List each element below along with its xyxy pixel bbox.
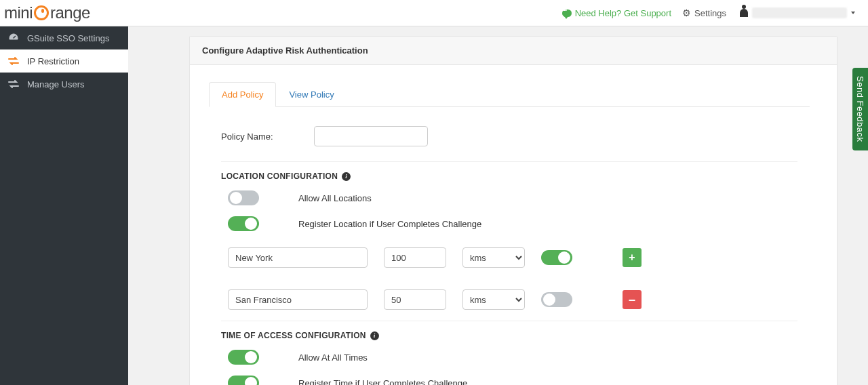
sidebar: GSuite SSO Settings IP Restriction Manag… — [0, 26, 128, 385]
sidebar-item-gsuite-sso[interactable]: GSuite SSO Settings — [0, 26, 128, 49]
location-city-input[interactable] — [228, 289, 368, 310]
support-label: Need Help? Get Support — [575, 8, 671, 18]
toggle-label: Allow At All Times — [298, 352, 368, 363]
toggle-allow-all-times[interactable] — [228, 350, 259, 365]
user-menu[interactable] — [737, 7, 858, 18]
toggle-label: Allow All Locations — [298, 193, 372, 203]
main-content: Configure Adaptive Risk Authentication A… — [128, 26, 868, 385]
info-icon[interactable]: i — [342, 172, 351, 181]
chevron-down-icon — [851, 12, 855, 14]
settings-label: Settings — [694, 8, 726, 18]
card-title: Configure Adaptive Risk Authentication — [190, 37, 837, 65]
dashboard-icon — [8, 33, 19, 43]
topbar: mini range Need Help? Get Support ⚙ Sett… — [0, 0, 868, 26]
swap-icon — [8, 79, 19, 89]
toggle-location-row[interactable] — [541, 250, 572, 265]
sidebar-item-ip-restriction[interactable]: IP Restriction — [0, 49, 128, 73]
tab-add-policy[interactable]: Add Policy — [209, 82, 276, 107]
logo-text-post: range — [50, 3, 90, 22]
toggle-location-row[interactable] — [541, 292, 572, 307]
tabs: Add Policy View Policy — [209, 81, 810, 107]
toggle-label: Register Time if User Completes Challeng… — [298, 378, 467, 386]
location-row: kms + — [209, 237, 810, 279]
config-card: Configure Adaptive Risk Authentication A… — [189, 36, 837, 385]
toggle-label: Register Location if User Completes Chal… — [298, 219, 481, 229]
user-icon — [740, 9, 748, 17]
sidebar-item-label: IP Restriction — [27, 56, 79, 66]
logo-orb-icon — [34, 5, 49, 20]
location-distance-input[interactable] — [384, 247, 446, 268]
time-section-title: TIME OF ACCESS CONFIGURATION i — [209, 321, 810, 344]
sidebar-item-manage-users[interactable]: Manage Users — [0, 73, 128, 96]
logo-text-pre: mini — [4, 3, 33, 22]
sidebar-item-label: Manage Users — [27, 79, 85, 89]
tab-view-policy[interactable]: View Policy — [276, 82, 347, 107]
send-feedback-tab[interactable]: Send Feedback — [852, 68, 868, 150]
swap-icon — [8, 56, 19, 66]
info-icon[interactable]: i — [370, 331, 379, 340]
toggle-register-time[interactable] — [228, 376, 259, 385]
location-row: kms – — [209, 279, 810, 321]
user-name — [752, 7, 847, 18]
add-location-button[interactable]: + — [623, 248, 642, 267]
location-unit-select[interactable]: kms — [462, 247, 525, 268]
policy-name-input[interactable] — [314, 126, 428, 146]
logo[interactable]: mini range — [4, 3, 90, 22]
speech-bubble-icon — [562, 9, 572, 17]
remove-location-button[interactable]: – — [623, 290, 642, 309]
location-city-input[interactable] — [228, 247, 368, 268]
settings-link[interactable]: ⚙ Settings — [682, 7, 726, 18]
toggle-register-location[interactable] — [228, 216, 259, 231]
location-unit-select[interactable]: kms — [462, 289, 525, 310]
support-link[interactable]: Need Help? Get Support — [562, 8, 671, 18]
location-distance-input[interactable] — [384, 289, 446, 310]
toggle-allow-all-locations[interactable] — [228, 190, 259, 205]
location-section-title: LOCATION CONFIGURATION i — [209, 162, 810, 185]
gear-icon: ⚙ — [682, 7, 691, 18]
sidebar-item-label: GSuite SSO Settings — [27, 33, 109, 43]
policy-name-label: Policy Name: — [221, 131, 273, 142]
